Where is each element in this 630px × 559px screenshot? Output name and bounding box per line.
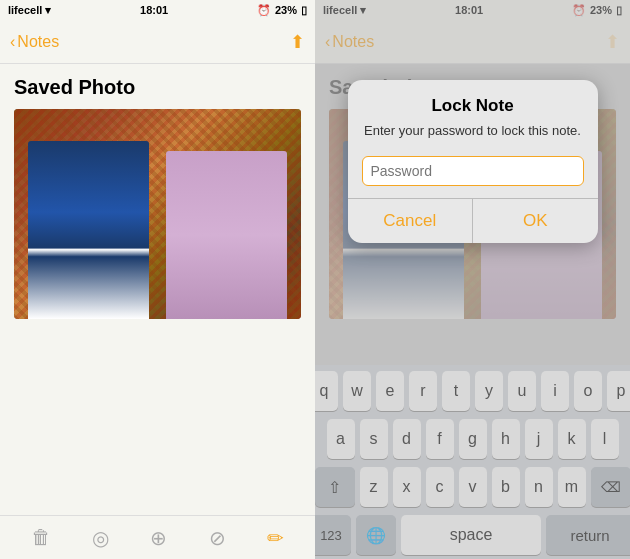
left-carrier: lifecell	[8, 4, 42, 16]
right-panel: lifecell ▾ 18:01 ⏰ 23% ▯ ‹ Notes ⬆ Saved…	[315, 0, 630, 559]
left-back-chevron: ‹	[10, 33, 15, 51]
left-note-image	[14, 109, 301, 319]
left-note-content: Saved Photo	[0, 64, 315, 515]
left-toolbar: 🗑 ◎ ⊕ ⊘ ✏	[0, 515, 315, 559]
left-status-left: lifecell ▾	[8, 4, 51, 17]
left-back-button[interactable]: ‹ Notes	[10, 33, 59, 51]
dialog-title: Lock Note	[364, 96, 582, 116]
left-status-bar: lifecell ▾ 18:01 ⏰ 23% ▯	[0, 0, 315, 20]
left-add-button[interactable]: ⊕	[150, 526, 167, 550]
password-input[interactable]	[362, 156, 584, 186]
left-person-left	[28, 141, 149, 320]
left-check-button[interactable]: ◎	[92, 526, 109, 550]
left-photo-bg	[14, 109, 301, 319]
left-wifi-icon: ▾	[45, 4, 51, 17]
left-battery: 23%	[275, 4, 297, 16]
ok-button[interactable]: OK	[473, 199, 598, 243]
dialog-input-wrap	[348, 148, 598, 198]
left-battery-icon: ▯	[301, 4, 307, 17]
left-delete-button[interactable]: 🗑	[31, 526, 51, 549]
dialog-message: Enter your password to lock this note.	[364, 122, 582, 140]
left-format-button[interactable]: ⊘	[209, 526, 226, 550]
left-edit-button[interactable]: ✏	[267, 526, 284, 550]
left-person-right	[166, 151, 287, 319]
left-time: 18:01	[140, 4, 168, 16]
dialog-buttons: Cancel OK	[348, 198, 598, 243]
left-share-icon[interactable]: ⬆	[290, 31, 305, 53]
left-note-title: Saved Photo	[14, 76, 301, 99]
left-back-label: Notes	[17, 33, 59, 51]
dialog-header: Lock Note Enter your password to lock th…	[348, 80, 598, 148]
lock-note-dialog: Lock Note Enter your password to lock th…	[348, 80, 598, 243]
left-alarm-icon: ⏰	[257, 4, 271, 17]
dialog-overlay: Lock Note Enter your password to lock th…	[315, 0, 630, 559]
left-status-right: ⏰ 23% ▯	[257, 4, 307, 17]
left-panel: lifecell ▾ 18:01 ⏰ 23% ▯ ‹ Notes ⬆ Saved…	[0, 0, 315, 559]
left-nav-bar: ‹ Notes ⬆	[0, 20, 315, 64]
cancel-button[interactable]: Cancel	[348, 199, 474, 243]
